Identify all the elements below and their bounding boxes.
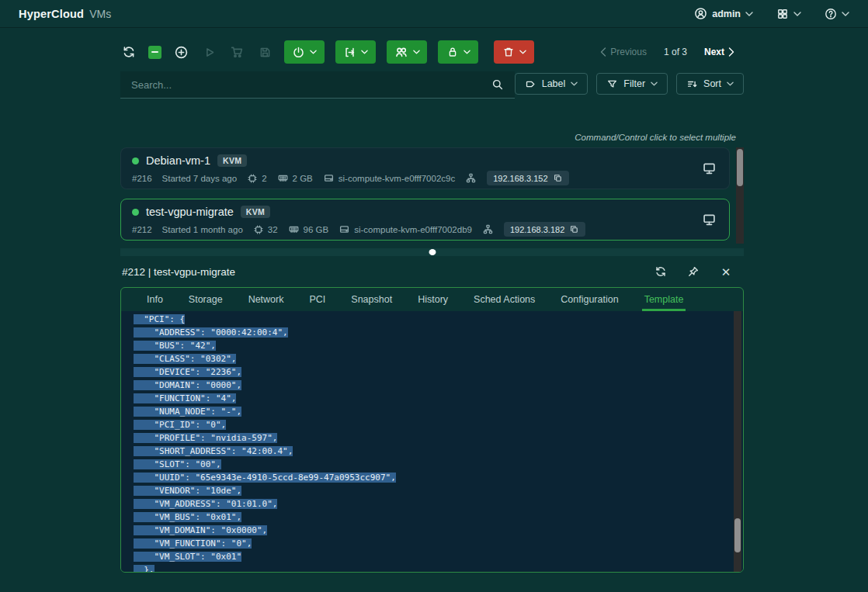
code-line: "VM_ADDRESS": "01:01.0",	[134, 497, 743, 511]
select-all-checkbox[interactable]	[148, 46, 161, 59]
save-backup-button	[256, 43, 273, 61]
code-line: "SHORT_ADDRESS": "42:00.4",	[134, 445, 743, 458]
code-line: "DEVICE": "2236",	[134, 365, 743, 379]
vnc-console-button[interactable]	[702, 213, 717, 227]
app-brand: HyperCloud VMs	[19, 8, 111, 20]
vm-card[interactable]: test-vgpu-migrate KVM #212 Started 1 mon…	[120, 199, 730, 241]
refresh-icon	[122, 45, 136, 59]
cpu-icon	[247, 173, 258, 184]
next-page-button[interactable]: Next	[704, 47, 734, 57]
label-dropdown[interactable]: Label	[515, 73, 589, 95]
chevron-down-icon	[310, 50, 317, 54]
migrate-icon	[343, 46, 356, 59]
tab-history[interactable]: History	[415, 288, 450, 311]
code-line: "PCI": {	[134, 313, 743, 326]
migrate-dropdown[interactable]	[335, 40, 376, 64]
tab-snapshot[interactable]: Snapshot	[349, 288, 394, 311]
lock-dropdown[interactable]	[438, 40, 478, 64]
code-line: "FUNCTION": "4",	[134, 392, 743, 405]
search-box	[120, 71, 515, 99]
sort-dropdown[interactable]: Sort	[676, 73, 744, 95]
detail-header: #212 | test-vgpu-migrate ✕	[120, 256, 744, 287]
detail-refresh-button[interactable]	[652, 263, 669, 280]
deploy-button	[200, 43, 217, 61]
brand-name: HyperCloud	[19, 8, 84, 20]
create-vm-button[interactable]	[172, 43, 189, 61]
code-scrollbar-thumb[interactable]	[734, 518, 741, 552]
delete-dropdown[interactable]	[494, 40, 534, 64]
chevron-down-icon	[571, 81, 578, 86]
panel-resize-handle[interactable]	[120, 248, 744, 256]
vm-ip-pill[interactable]: 192.168.3.182	[504, 222, 585, 237]
search-input[interactable]	[131, 79, 491, 91]
power-icon	[292, 46, 305, 59]
help-menu[interactable]	[825, 8, 849, 20]
copy-icon	[569, 224, 579, 234]
user-menu[interactable]: admin	[694, 7, 753, 20]
code-line: "DOMAIN": "0000",	[134, 379, 743, 392]
user-menu-label: admin	[712, 9, 741, 19]
tab-template[interactable]: Template	[642, 288, 686, 311]
code-line: "VM_FUNCTION": "0",	[134, 537, 743, 550]
multiselect-hint: Command/Control click to select multiple	[120, 133, 744, 142]
chevron-down-icon	[793, 12, 801, 16]
tab-storage[interactable]: Storage	[186, 288, 225, 311]
tab-info[interactable]: Info	[144, 288, 165, 311]
filter-dropdown[interactable]: Filter	[596, 73, 668, 95]
vm-hypervisor-badge: KVM	[217, 154, 247, 167]
vm-ip-pill[interactable]: 192.168.3.152	[487, 171, 568, 185]
user-icon	[694, 7, 707, 20]
code-line: "VM_DOMAIN": "0x0000",	[134, 524, 743, 537]
vm-ram: 2 GB	[277, 172, 313, 184]
vm-list-scrollbar-thumb[interactable]	[737, 149, 743, 186]
code-scrollbar[interactable]	[734, 311, 741, 572]
template-code-area[interactable]: "PCI": { "ADDRESS": "0000:42:00:4", "BUS…	[121, 311, 743, 572]
save-icon	[259, 46, 272, 59]
vm-ip: 192.168.3.152	[493, 174, 547, 183]
tab-configuration[interactable]: Configuration	[558, 288, 620, 311]
apps-menu[interactable]	[776, 8, 801, 20]
vm-id: #212	[132, 225, 152, 234]
chevron-down-icon	[464, 50, 470, 54]
memory-icon	[288, 223, 300, 235]
vm-card-list: Debian-vm-1 KVM #216 Started 7 days ago …	[120, 147, 730, 241]
tab-network[interactable]: Network	[246, 288, 286, 311]
cart-icon	[230, 45, 244, 59]
chevron-down-icon	[727, 81, 734, 86]
code-line: },	[134, 563, 743, 572]
code-line: "CLASS": "0302",	[134, 352, 743, 365]
vm-name: test-vgpu-migrate	[146, 206, 234, 218]
close-icon: ✕	[721, 266, 731, 278]
label-tag-icon	[525, 78, 536, 90]
users-icon	[394, 45, 408, 59]
detail-title: #212 | test-vgpu-migrate	[122, 266, 235, 278]
vm-ram: 96 GB	[288, 223, 329, 235]
pin-icon	[687, 265, 700, 278]
network-tree-icon	[465, 172, 477, 184]
refresh-button[interactable]	[120, 43, 137, 61]
previous-page-button: Previous	[600, 47, 647, 57]
code-line: "SLOT": "00",	[134, 458, 743, 471]
vnc-console-button[interactable]	[702, 161, 717, 176]
refresh-icon	[654, 265, 667, 278]
vm-toolbar: Previous 1 of 3 Next	[120, 40, 744, 64]
chevron-down-icon	[745, 12, 753, 16]
detail-close-button[interactable]: ✕	[717, 263, 734, 280]
detail-pin-button[interactable]	[685, 263, 702, 280]
power-actions-dropdown[interactable]	[284, 40, 325, 64]
ownership-dropdown[interactable]	[387, 40, 427, 64]
vm-host: si-compute-kvm-e0fff7002c9c	[323, 172, 455, 184]
tab-pci[interactable]: PCI	[307, 288, 328, 311]
search-icon[interactable]	[491, 78, 504, 91]
monitor-icon	[702, 213, 717, 227]
page-status: 1 of 3	[664, 47, 687, 57]
chevron-left-icon	[600, 47, 606, 57]
vm-card[interactable]: Debian-vm-1 KVM #216 Started 7 days ago …	[120, 147, 730, 189]
code-line: "PCI_ID": "0",	[134, 418, 743, 431]
code-line: "BUS": "42",	[134, 339, 743, 352]
code-line: "NUMA_NODE": "-",	[134, 405, 743, 418]
tab-sched-actions[interactable]: Sched Actions	[471, 288, 537, 311]
memory-icon	[277, 172, 289, 184]
detail-tabs: InfoStorageNetworkPCISnapshotHistorySche…	[121, 288, 743, 311]
vm-list-scrollbar[interactable]	[736, 147, 744, 244]
